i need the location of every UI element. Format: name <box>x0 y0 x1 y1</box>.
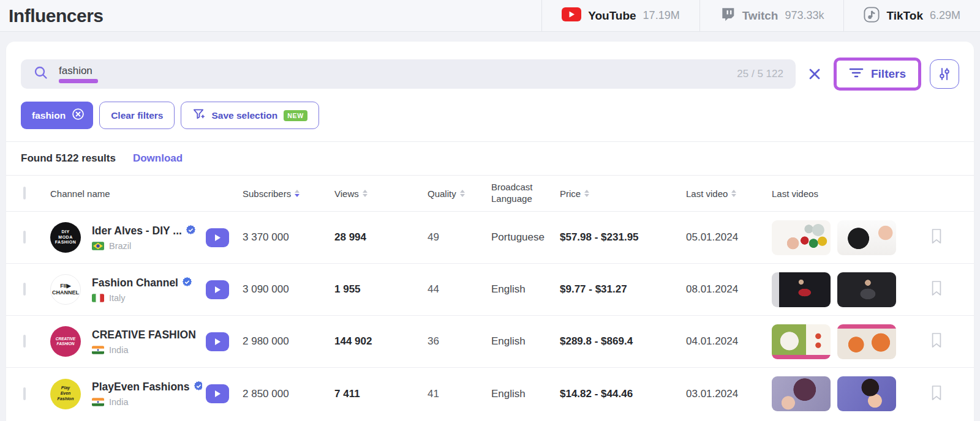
results-summary: Found 5122 results <box>21 152 116 165</box>
table-row: DIY MODA FASHION Ider Alves - DIY ... Br… <box>6 212 974 264</box>
last-video-date: 08.01.2024 <box>686 283 772 296</box>
video-thumbnail[interactable] <box>772 376 831 411</box>
subscribers-value: 3 090 000 <box>243 283 334 296</box>
sort-icon-subscribers[interactable] <box>295 190 300 198</box>
column-quality[interactable]: Quality <box>428 188 491 199</box>
views-value: 144 902 <box>334 335 428 348</box>
remove-chip-icon[interactable] <box>72 108 85 123</box>
price-value: $289.8 - $869.4 <box>560 335 686 348</box>
column-views[interactable]: Views <box>334 188 428 199</box>
channel-avatar[interactable]: CREATIVE FASHION <box>50 326 81 357</box>
channel-country: Brazil <box>109 241 131 251</box>
channel-country: India <box>109 345 128 355</box>
column-views-label: Views <box>334 188 359 199</box>
price-value: $14.82 - $44.46 <box>560 388 686 400</box>
query-highlight-annotation <box>59 79 98 83</box>
channel-name[interactable]: PlayEven Fashions <box>92 381 190 393</box>
channel-name[interactable]: Fashion Channel <box>92 277 178 289</box>
column-last-video-label: Last video <box>686 188 728 199</box>
table-row: Play Even Fashion PlayEven Fashions Indi… <box>6 368 974 420</box>
channel-name[interactable]: Ider Alves - DIY ... <box>92 225 182 237</box>
row-checkbox[interactable] <box>23 283 26 296</box>
subscribers-value: 2 850 000 <box>243 388 334 400</box>
filters-button-label: Filters <box>871 67 906 81</box>
quality-value: 36 <box>428 335 491 348</box>
tab-twitch-label: Twitch <box>742 9 778 23</box>
clear-filters-button[interactable]: Clear filters <box>99 102 175 129</box>
download-link[interactable]: Download <box>133 152 183 165</box>
funnel-plus-icon <box>192 108 205 123</box>
play-button[interactable] <box>206 332 229 351</box>
channel-name[interactable]: CREATIVE FASHION <box>92 329 196 341</box>
row-checkbox[interactable] <box>23 231 26 244</box>
tiktok-icon <box>864 7 880 25</box>
clear-search-button[interactable] <box>804 64 825 84</box>
sort-icon-quality[interactable] <box>460 190 465 198</box>
channel-avatar[interactable]: DIY MODA FASHION <box>50 222 81 253</box>
flag-italy-icon <box>92 294 104 302</box>
flag-brazil-icon <box>92 242 104 250</box>
video-thumbnail[interactable] <box>837 324 896 359</box>
filter-chip-fashion[interactable]: fashion <box>21 102 93 129</box>
verified-badge-icon <box>186 225 196 237</box>
quality-value: 41 <box>428 388 491 400</box>
verified-badge-icon <box>194 381 202 393</box>
search-input[interactable]: fashion 25 / 5 122 <box>21 59 796 89</box>
play-button[interactable] <box>206 280 229 299</box>
bookmark-icon[interactable] <box>930 340 943 351</box>
search-icon <box>33 65 49 83</box>
select-all-checkbox[interactable] <box>23 187 26 199</box>
column-price-label: Price <box>560 188 581 199</box>
tab-twitch[interactable]: Twitch 973.33k <box>699 0 844 31</box>
flag-india-icon <box>92 398 104 406</box>
column-broadcast-language: Broadcast Language <box>491 182 560 205</box>
play-button[interactable] <box>206 228 229 247</box>
page-title: Influencers <box>9 6 104 26</box>
column-quality-label: Quality <box>428 188 456 199</box>
platform-tabs: YouTube 17.19M Twitch 973.33k TikTok 6.2… <box>541 0 980 31</box>
play-button[interactable] <box>206 384 229 403</box>
sort-icon-price[interactable] <box>584 190 589 198</box>
channel-avatar[interactable]: Play Even Fashion <box>50 379 81 409</box>
row-checkbox[interactable] <box>23 335 26 348</box>
filter-lines-icon <box>849 66 864 82</box>
column-last-video[interactable]: Last video <box>686 188 772 199</box>
sort-icon-last-video[interactable] <box>731 190 736 198</box>
table-row: CREATIVE FASHION CREATIVE FASHION India … <box>6 316 974 368</box>
views-value: 28 994 <box>334 231 428 244</box>
subscribers-value: 3 370 000 <box>243 231 334 244</box>
video-thumbnail[interactable] <box>837 220 896 255</box>
video-thumbnail[interactable] <box>837 272 896 307</box>
filters-button[interactable]: Filters <box>834 58 921 91</box>
video-thumbnail[interactable] <box>837 376 896 411</box>
video-thumbnail[interactable] <box>772 272 831 307</box>
views-value: 7 411 <box>334 388 428 400</box>
column-subscribers[interactable]: Subscribers <box>243 188 334 199</box>
channel-avatar[interactable]: FII▶ CHANNEL <box>50 274 81 305</box>
bookmark-icon[interactable] <box>930 236 943 247</box>
column-last-videos: Last videos <box>772 188 903 199</box>
video-thumbnail[interactable] <box>772 324 831 359</box>
quality-value: 49 <box>428 231 491 244</box>
last-video-date: 03.01.2024 <box>686 388 772 400</box>
view-settings-button[interactable] <box>930 59 959 89</box>
row-checkbox[interactable] <box>23 387 26 400</box>
new-badge: NEW <box>284 110 307 121</box>
tab-tiktok-count: 6.29M <box>930 9 960 22</box>
main-panel: fashion 25 / 5 122 Filters fashion Clear <box>6 42 974 421</box>
views-value: 1 955 <box>334 283 428 296</box>
sort-icon-views[interactable] <box>363 190 368 198</box>
flag-india-icon <box>92 346 104 354</box>
quality-value: 44 <box>428 283 491 296</box>
tab-tiktok[interactable]: TikTok 6.29M <box>843 0 980 31</box>
last-video-date: 04.01.2024 <box>686 335 772 348</box>
bookmark-icon[interactable] <box>930 393 943 403</box>
language-value: English <box>491 283 560 296</box>
column-price[interactable]: Price <box>560 188 686 199</box>
price-value: $9.77 - $31.27 <box>560 283 686 296</box>
tab-youtube[interactable]: YouTube 17.19M <box>541 0 699 31</box>
save-selection-button[interactable]: Save selection NEW <box>181 102 319 129</box>
channel-country: Italy <box>109 293 126 303</box>
bookmark-icon[interactable] <box>930 288 943 299</box>
video-thumbnail[interactable] <box>772 220 831 255</box>
